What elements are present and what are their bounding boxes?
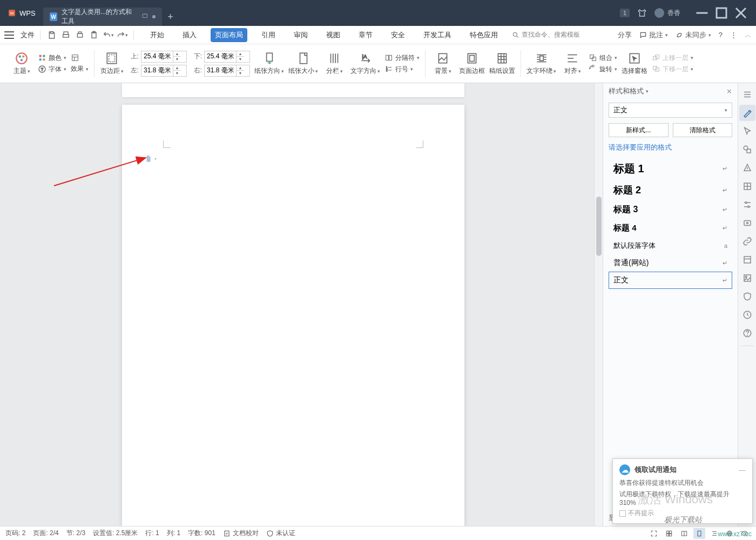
rail-table-icon[interactable] [739,178,755,194]
style-item[interactable]: 普通(网站)↵ [609,254,732,272]
theme-color-button[interactable]: 颜色▾ [38,53,66,63]
undo-icon[interactable]: ▾ [102,29,114,41]
svg-rect-68 [656,68,659,71]
clear-format-button[interactable]: 清除格式 [673,123,733,137]
style-item[interactable]: 默认段落字体a [609,237,732,254]
close-button[interactable] [731,5,751,21]
layout-icon[interactable] [71,53,89,62]
status-page[interactable]: 页面: 2/4 [33,529,58,538]
paper-size-button[interactable]: 纸张大小▾ [288,51,318,76]
rail-select-icon[interactable] [739,123,755,139]
ribbon-tab-7[interactable]: 安全 [387,28,409,42]
annotate-button[interactable]: 批注▾ [639,30,668,40]
rail-settings-icon[interactable] [739,197,755,213]
style-item[interactable]: 标题 3↵ [609,200,732,219]
group-button[interactable]: 组合▾ [589,53,617,63]
view-grid-icon[interactable] [663,528,675,539]
ribbon-tab-8[interactable]: 开发工具 [419,28,456,42]
rail-link-icon[interactable] [739,233,755,249]
rail-layout-icon[interactable] [739,252,755,268]
share-button[interactable]: 分享 [618,30,632,40]
wps-logo[interactable]: W WPS [0,0,43,26]
vertical-scrollbar[interactable] [594,83,603,526]
status-proof[interactable]: 文档校对 [223,529,259,538]
separator-button[interactable]: 分隔符▾ [384,53,420,63]
ribbon-tab-6[interactable]: 章节 [354,28,377,42]
rail-history-icon[interactable] [739,307,755,323]
status-cert[interactable]: 未认证 [266,529,295,538]
rail-styles-icon[interactable] [739,105,755,121]
rail-image-icon[interactable] [739,270,755,286]
notif-badge[interactable]: 1 [620,9,630,17]
document-tab[interactable]: W 文字是人类用...的方式和工具 [43,8,162,26]
style-item[interactable]: 标题 2↵ [609,180,732,200]
selection-pane-button[interactable]: 选择窗格 [622,51,647,76]
new-tab-button[interactable]: + [162,11,179,23]
minimize-button[interactable] [692,5,712,21]
view-page-icon[interactable] [693,528,705,539]
new-style-button[interactable]: 新样式... [609,123,669,137]
view-read-icon[interactable] [678,528,690,539]
margins-button[interactable]: 页边距▾ [100,51,124,76]
ribbon-tab-9[interactable]: 特色应用 [465,28,502,42]
margin-left-input[interactable]: ▲▼ [141,65,187,77]
ribbon-tab-1[interactable]: 插入 [178,28,201,42]
rail-security-icon[interactable] [739,288,755,305]
align-button[interactable]: 对齐▾ [561,51,584,76]
status-position[interactable]: 设置值: 2.5厘米 [93,529,138,538]
style-item[interactable]: 标题 1↵ [609,158,732,180]
user-menu[interactable]: 香香 [654,8,680,18]
rotate-button[interactable]: 旋转▾ [589,65,617,74]
view-fullscreen-icon[interactable] [648,528,660,539]
document-canvas[interactable]: ▾ [0,83,594,526]
collapse-ribbon-icon[interactable]: ︿ [745,30,752,40]
status-words[interactable]: 字数: 901 [188,529,215,538]
margin-top-input[interactable]: ▲▼ [141,51,187,63]
rail-backup-icon[interactable] [739,215,755,231]
margin-bottom-input[interactable]: ▲▼ [204,51,250,63]
print-icon[interactable] [74,29,86,41]
status-pagecode[interactable]: 页码: 2 [5,529,25,538]
sync-button[interactable]: 未同步▾ [676,30,711,40]
redo-icon[interactable]: ▾ [116,29,128,41]
background-button[interactable]: 背景▾ [431,51,455,76]
text-direction-button[interactable]: |A 文字方向▾ [350,51,380,76]
ribbon-tab-0[interactable]: 开始 [146,28,168,42]
maximize-button[interactable] [712,5,731,21]
margin-right-input[interactable]: ▲▼ [204,65,250,77]
theme-effect-button[interactable]: 效果▾ [71,64,89,73]
save-icon[interactable] [46,29,58,41]
command-search[interactable]: 查找命令、搜索模板 [512,30,580,39]
current-style-select[interactable]: 正文▾ [609,103,732,118]
manuscript-button[interactable]: 稿纸设置 [489,51,515,76]
more-icon[interactable]: ⋮ [730,31,737,39]
notif-close-icon[interactable]: — [739,466,746,474]
line-number-button[interactable]: 12行号▾ [384,65,420,74]
ribbon-tab-2[interactable]: 页面布局 [211,28,247,42]
style-item[interactable]: 标题 4↵ [609,219,732,237]
text-wrap-button[interactable]: 文字环绕▾ [526,51,556,76]
rail-shapes-icon[interactable] [739,141,755,158]
page-border-button[interactable]: 页面边框 [459,51,485,76]
clipboard-icon[interactable] [88,29,100,41]
help-icon[interactable]: ? [719,31,723,39]
print-preview-icon[interactable] [60,29,72,41]
skin-icon[interactable] [637,8,647,18]
rail-collapse-icon[interactable] [739,86,755,103]
ribbon-tab-5[interactable]: 视图 [322,28,345,42]
scroll-thumb[interactable] [596,197,602,256]
file-menu[interactable]: 文件 [21,30,35,40]
columns-button[interactable]: 分栏▾ [322,51,346,76]
style-item[interactable]: 正文↵ [609,272,732,289]
document-page[interactable]: ▾ [122,105,464,526]
panel-close-icon[interactable]: ✕ [726,87,732,96]
theme-button[interactable]: 主题▾ [10,51,33,76]
status-section[interactable]: 节: 2/3 [66,529,85,538]
orientation-button[interactable]: 纸张方向▾ [254,51,284,76]
ribbon-tab-4[interactable]: 审阅 [289,28,312,42]
rail-help-icon[interactable] [739,325,755,341]
ribbon-tab-3[interactable]: 引用 [257,28,280,42]
theme-font-button[interactable]: T字体▾ [38,65,66,74]
rail-limit-icon[interactable] [739,160,755,176]
hamburger-icon[interactable] [4,31,14,39]
